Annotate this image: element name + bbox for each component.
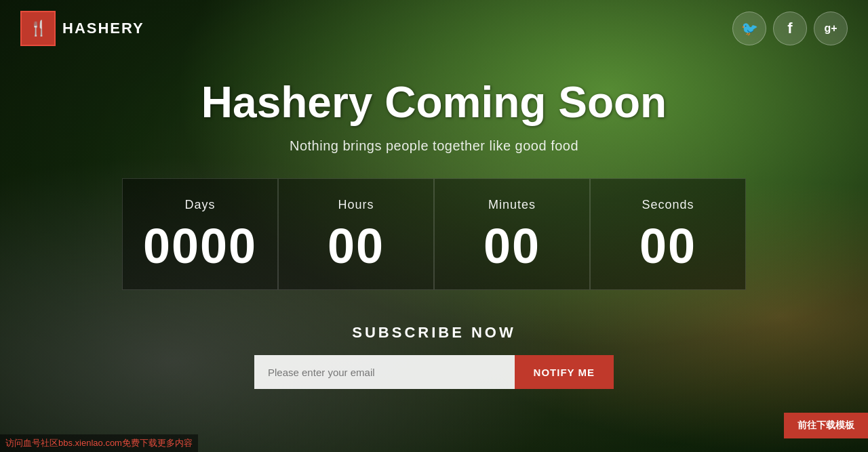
twitter-icon: 🐦 [741, 20, 758, 37]
subscribe-form: NOTIFY ME [254, 355, 614, 389]
logo: 🍴 HASHERY [20, 11, 144, 46]
notify-button[interactable]: NOTIFY ME [515, 355, 614, 389]
email-input[interactable] [254, 355, 515, 389]
google-plus-icon: g+ [824, 22, 837, 35]
hours-value: 00 [328, 222, 384, 270]
google-plus-button[interactable]: g+ [814, 12, 848, 45]
countdown-days: Days 0000 [122, 178, 278, 290]
countdown-hours: Hours 00 [278, 178, 434, 290]
seconds-label: Seconds [642, 198, 694, 212]
seconds-value: 00 [639, 222, 696, 270]
logo-text: HASHERY [62, 20, 144, 37]
days-label: Days [184, 198, 215, 212]
social-icons: 🐦 f g+ [732, 12, 848, 45]
minutes-label: Minutes [488, 198, 536, 212]
logo-icon: 🍴 [20, 11, 56, 46]
minutes-value: 00 [484, 222, 540, 270]
facebook-button[interactable]: f [773, 12, 807, 45]
countdown-minutes: Minutes 00 [434, 178, 590, 290]
hours-label: Hours [338, 198, 374, 212]
page-title: Hashery Coming Soon [201, 77, 667, 127]
twitter-button[interactable]: 🐦 [732, 12, 766, 45]
header: 🍴 HASHERY 🐦 f g+ [0, 0, 868, 57]
subscribe-section: SUBSCRIBE NOW NOTIFY ME [254, 324, 614, 389]
facebook-icon: f [787, 20, 792, 37]
countdown-seconds: Seconds 00 [590, 178, 746, 290]
subscribe-title: SUBSCRIBE NOW [352, 324, 515, 342]
days-value: 0000 [143, 222, 257, 270]
page-subtitle: Nothing brings people together like good… [290, 138, 578, 154]
main-content: Hashery Coming Soon Nothing brings peopl… [0, 57, 868, 452]
countdown-timer: Days 0000 Hours 00 Minutes 00 Seconds 00 [122, 178, 746, 290]
